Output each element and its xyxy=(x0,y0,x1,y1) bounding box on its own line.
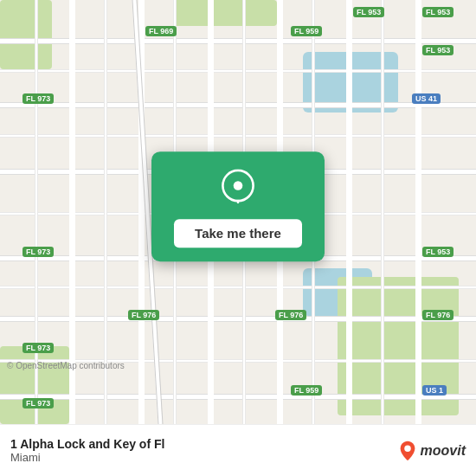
location-pin-icon xyxy=(219,169,257,207)
label-fl973-bot: FL 973 xyxy=(23,398,54,408)
label-us41: US 41 xyxy=(412,93,441,104)
label-fl973-3: FL 973 xyxy=(23,343,54,353)
label-fl973-1: FL 973 xyxy=(23,93,54,104)
label-fl953-3: FL 953 xyxy=(422,45,453,55)
map-area: FL 953 FL 953 FL 969 FL 959 FL 953 FL 97… xyxy=(0,0,476,424)
green-4 xyxy=(173,0,277,26)
svg-point-5 xyxy=(404,445,410,451)
place-info: 1 Alpha Lock and Key of Fl Miami xyxy=(10,437,398,464)
label-fl976-1: FL 976 xyxy=(128,310,159,320)
label-fl969: FL 969 xyxy=(145,26,177,36)
road-v-minor-6 xyxy=(381,0,384,424)
popup-card: Take me there xyxy=(151,151,325,261)
label-fl953-1: FL 953 xyxy=(422,7,453,17)
label-fl953-2: FL 953 xyxy=(353,7,384,17)
label-fl976-3: FL 976 xyxy=(422,310,453,320)
label-fl959-bot: FL 959 xyxy=(291,385,322,396)
label-fl976-2: FL 976 xyxy=(275,310,306,320)
road-v-6 xyxy=(415,0,421,424)
label-fl959-top: FL 959 xyxy=(291,26,322,36)
svg-point-4 xyxy=(234,181,243,190)
place-name: 1 Alpha Lock and Key of Fl xyxy=(10,437,398,451)
bottom-bar: 1 Alpha Lock and Key of Fl Miami moovit xyxy=(0,424,476,476)
label-fl973-2: FL 973 xyxy=(23,247,54,257)
road-v-2 xyxy=(138,0,145,424)
moovit-logo: moovit xyxy=(398,440,466,462)
moovit-brand-text: moovit xyxy=(421,443,466,459)
map-attribution: © OpenStreetMap contributors xyxy=(7,361,125,370)
moovit-pin-icon xyxy=(398,440,417,462)
label-us1: US 1 xyxy=(422,385,447,396)
road-v-5 xyxy=(346,0,352,424)
label-fl953-mid: FL 953 xyxy=(422,247,453,257)
take-me-there-button[interactable]: Take me there xyxy=(174,219,302,248)
green-1 xyxy=(0,0,52,69)
place-city: Miami xyxy=(10,451,398,464)
